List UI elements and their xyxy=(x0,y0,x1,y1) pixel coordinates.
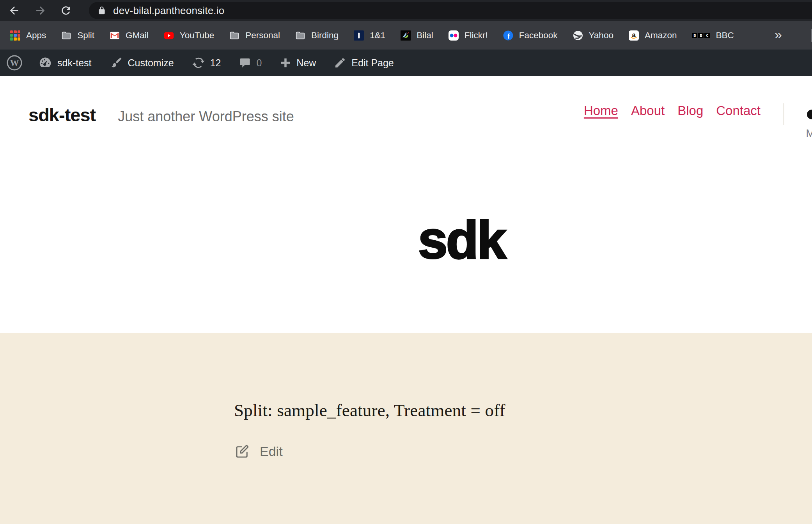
yahoo-globe-icon xyxy=(573,30,583,41)
menu-label-partial[interactable]: M xyxy=(806,128,812,140)
site-main-white: sdk-test Just another WordPress site Hom… xyxy=(0,76,812,333)
back-arrow-icon xyxy=(8,4,21,17)
comment-bubble-icon xyxy=(239,57,251,69)
bookmark-facebook[interactable]: f Facebook xyxy=(503,30,558,41)
amazon-letter: a xyxy=(632,30,636,38)
oneandone-icon xyxy=(354,30,364,41)
reload-button[interactable] xyxy=(58,2,74,19)
youtube-icon xyxy=(164,30,174,41)
bookmark-bilal[interactable]: Bilal xyxy=(401,30,433,41)
split-status-text: Split: sample_feature, Treatment = off xyxy=(234,400,812,420)
admin-bar-updates[interactable]: 12 xyxy=(192,56,221,69)
admin-bar-site-name[interactable]: sdk-test xyxy=(38,56,92,70)
hummingbird-icon xyxy=(401,30,411,41)
edit-link-label: Edit xyxy=(260,444,283,459)
flickr-icon xyxy=(449,30,459,41)
bookmark-1and1[interactable]: 1&1 xyxy=(354,30,385,41)
nav-about[interactable]: About xyxy=(631,103,665,118)
bookmark-gmail[interactable]: GMail xyxy=(110,30,149,41)
bookmark-label: 1&1 xyxy=(370,30,385,41)
facebook-letter: f xyxy=(507,32,510,40)
bbc-blocks-icon: B B C xyxy=(692,33,710,38)
bookmark-label: GMail xyxy=(126,30,149,41)
nav-blog[interactable]: Blog xyxy=(677,103,703,118)
bookmark-label: Split xyxy=(77,30,94,41)
bookmark-split[interactable]: Split xyxy=(61,30,94,41)
edit-link[interactable]: Edit xyxy=(234,443,812,459)
admin-bar-updates-count: 12 xyxy=(210,57,221,69)
admin-bar-new-label: New xyxy=(296,57,316,69)
facebook-icon: f xyxy=(503,30,513,41)
wordpress-logo-icon: W xyxy=(6,55,23,71)
site-title[interactable]: sdk-test xyxy=(28,104,96,126)
nav-home[interactable]: Home xyxy=(584,103,618,118)
next-section-strip xyxy=(0,524,812,532)
bookmarks-overflow-chevron[interactable]: » xyxy=(775,27,782,44)
bookmark-label: Birding xyxy=(311,30,339,41)
wp-logo-menu[interactable]: W xyxy=(6,55,23,71)
wordpress-letter: W xyxy=(10,58,19,68)
site-header: sdk-test Just another WordPress site Hom… xyxy=(0,76,812,126)
bookmark-label: Yahoo xyxy=(589,30,613,41)
bookmark-youtube[interactable]: YouTube xyxy=(164,30,214,41)
forward-button[interactable] xyxy=(32,2,48,19)
edit-icon xyxy=(234,443,250,459)
plus-icon xyxy=(280,57,291,69)
admin-bar-edit-page[interactable]: Edit Page xyxy=(334,57,394,69)
admin-bar-site-name-label: sdk-test xyxy=(57,57,92,69)
lock-icon xyxy=(97,5,107,16)
bookmark-label: Bilal xyxy=(417,30,433,41)
menu-dot-icon[interactable] xyxy=(807,110,812,119)
bookmark-apps[interactable]: Apps xyxy=(10,30,46,41)
bookmark-label: Flickr! xyxy=(465,30,488,41)
bookmark-bbc[interactable]: B B C BBC xyxy=(692,30,734,41)
bookmark-yahoo[interactable]: Yahoo xyxy=(573,30,613,41)
browser-toolbar: dev-bilal.pantheonsite.io xyxy=(0,0,812,21)
admin-bar-edit-page-label: Edit Page xyxy=(351,57,394,69)
nav-contact[interactable]: Contact xyxy=(716,103,761,118)
admin-bar-customize-label: Customize xyxy=(128,57,174,69)
folder-icon xyxy=(61,30,71,41)
bookmark-label: Apps xyxy=(26,30,46,41)
primary-nav: Home About Blog Contact xyxy=(584,103,761,118)
admin-bar-new[interactable]: New xyxy=(280,57,316,69)
back-button[interactable] xyxy=(6,2,23,19)
customize-brush-icon xyxy=(110,56,123,69)
header-divider xyxy=(784,103,784,125)
wp-admin-bar: W sdk-test Customize 12 0 xyxy=(0,50,812,76)
bookmark-flickr[interactable]: Flickr! xyxy=(449,30,488,41)
bookmark-label: YouTube xyxy=(180,30,214,41)
site-logo: sdk xyxy=(418,213,505,266)
bookmark-personal[interactable]: Personal xyxy=(229,30,280,41)
gmail-icon xyxy=(110,30,120,41)
site-tagline: Just another WordPress site xyxy=(118,108,294,125)
bookmark-label: Personal xyxy=(245,30,280,41)
admin-bar-customize[interactable]: Customize xyxy=(110,56,174,69)
google-apps-grid-icon xyxy=(10,30,20,41)
bookmark-label: BBC xyxy=(716,30,734,41)
pencil-icon xyxy=(334,57,346,69)
omnibox[interactable]: dev-bilal.pantheonsite.io xyxy=(89,2,812,19)
admin-bar-comments-count: 0 xyxy=(256,57,262,69)
amazon-icon: a xyxy=(629,30,639,41)
folder-icon xyxy=(229,30,239,41)
forward-arrow-icon xyxy=(34,4,47,17)
bookmarks-bar: Apps Split GMail YouTube Personal Birdin… xyxy=(0,21,812,50)
reload-icon xyxy=(60,4,72,17)
folder-icon xyxy=(295,30,305,41)
dashboard-gauge-icon xyxy=(38,56,52,70)
admin-bar-comments[interactable]: 0 xyxy=(239,57,262,69)
bookmark-amazon[interactable]: a Amazon xyxy=(629,30,677,41)
bookmark-birding[interactable]: Birding xyxy=(295,30,339,41)
split-section: Split: sample_feature, Treatment = off E… xyxy=(0,333,812,524)
bookmark-label: Amazon xyxy=(645,30,677,41)
url-text[interactable]: dev-bilal.pantheonsite.io xyxy=(113,5,224,17)
bookmark-label: Facebook xyxy=(519,30,558,41)
update-icon xyxy=(192,56,205,69)
